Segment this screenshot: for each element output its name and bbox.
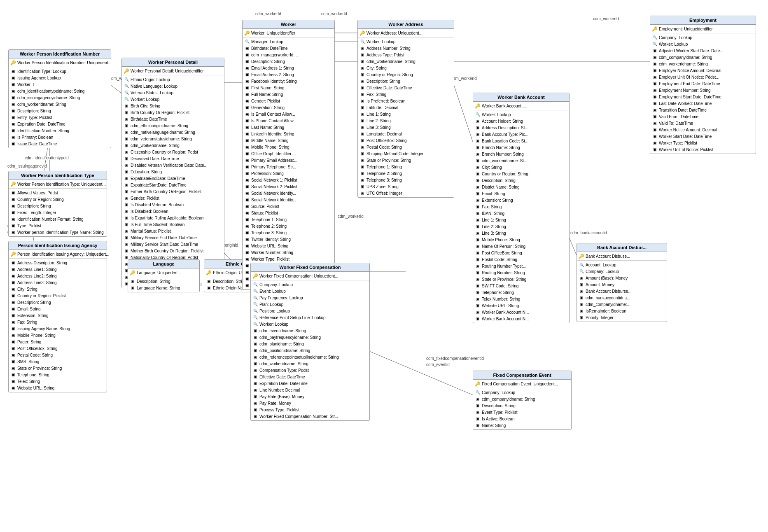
field-icon: ▣ [652,81,658,86]
field-row: ▣Address Line2: String [9,273,107,279]
entity-body-language: 🔑Language: Uniquedert... ▣Description: S… [128,268,199,292]
entity-person-id-issuing-agency: Person Identification Issuing Agency 🔑Pe… [8,241,107,392]
field-icon: ▣ [475,197,481,203]
field-icon: ▣ [244,164,250,170]
field-row: ▣Status: Picklist [243,210,334,216]
field-row: ▣Amount (Base): Money [577,275,667,281]
field-icon: ▣ [124,228,129,234]
field-icon: ▣ [475,257,481,262]
field-row: ▣Process Type: Picklist [251,406,369,413]
field-icon: ▣ [652,140,658,146]
field-row: ▣ExpatriateEndDate: DateTime [122,175,224,182]
field-row: 🔑Employment: Uniqueidentifier [650,26,756,32]
field-row: ▣cdm_bankaccountidna... [577,294,667,301]
field-row: ▣Address Description: String [9,259,107,266]
field-icon: ▣ [124,241,129,247]
field-icon: ▣ [124,235,129,240]
field-row: ▣Country or Region: String [9,196,107,203]
field-icon: ▣ [475,263,481,269]
field-icon: ▣ [10,95,16,100]
entity-body-bad: 🔑Bank Account Disbuse... 🔍Account: Looku… [577,252,667,322]
entity-worker-address: Worker Address 🔑Worker Address: Uniquede… [357,20,454,198]
field-icon: ▣ [252,334,258,340]
field-row: ▣Pay Rate: Money [251,400,369,406]
field-icon: ▣ [10,339,16,345]
field-icon: ▣ [124,156,129,161]
field-icon: 🔍 [252,315,258,320]
field-icon: ▣ [10,114,16,120]
field-icon: ▣ [252,407,258,413]
field-icon: ▣ [652,74,658,80]
field-row: ▣Issuing Agency Name: String [9,325,107,332]
field-row: ▣LinkedIn Identity: String [243,131,334,137]
field-row: ▣Mother Birth Country Or Region: Picklis… [122,247,224,254]
field-row: ▣Identification Number Format: String [9,216,107,222]
field-row: ▣Worker Notice Amount: Decimal [650,126,756,133]
field-icon: ▣ [244,230,250,236]
field-icon: ▣ [10,75,16,81]
field-row: ▣cdm_managerworkerId:... [243,51,334,58]
field-row: 🔍Native Language: Lookup [122,83,224,89]
field-row: ▣Priority: Integer [577,314,667,321]
field-icon: ▣ [124,110,129,115]
field-row: ▣Latitude: Decimal [358,104,454,111]
field-row: ▣Pager: String [9,338,107,345]
field-icon: 🔍 [124,83,129,89]
field-icon: ▣ [475,204,481,210]
field-icon: ▣ [359,151,365,156]
field-icon: ▣ [475,270,481,275]
field-row: ▣Worker Fixed Compensation Number: Str..… [251,413,369,420]
field-row: ▣Event Type: Picklist [473,409,571,415]
field-icon: ▣ [652,107,658,113]
field-row: ▣Is Expatriate Ruling Applicable: Boolea… [122,215,224,221]
field-icon: ▣ [244,203,250,209]
field-icon: ▣ [10,293,16,299]
field-row: ▣Is Phone Contact Allow... [243,117,334,124]
field-row: 🔍Event: Lookup [251,288,369,294]
field-icon: ▣ [252,394,258,399]
field-row: ▣Social Network 1: Picklist [243,177,334,183]
field-row: ▣cdm_workeridname: String [9,101,111,107]
field-icon: 🔍 [252,282,258,287]
field-icon: ▣ [475,396,481,402]
field-icon: ▣ [124,215,129,221]
field-icon: ▣ [244,177,250,183]
field-row: ▣Email: String [473,190,569,197]
field-row: ▣Email Address 2: String [243,71,334,78]
field-row: ▣First Name: String [243,84,334,91]
field-row: ▣Description: String [128,278,199,285]
field-row: ▣Mobile Phone: String [473,236,569,243]
field-row: 🔍Company: Lookup [650,34,756,41]
label-idtypeid: cdm_identificationtypeid [25,156,69,160]
field-row: ▣State or Province: String [9,365,107,371]
field-icon: ▣ [244,111,250,117]
field-icon: ▣ [475,224,481,229]
field-icon: ▣ [130,285,135,291]
field-icon: ▣ [10,101,16,107]
field-row: ▣Worker Bank Account N... [473,309,569,315]
field-row: ▣IsRemainder: Boolean [577,308,667,314]
field-icon: ▣ [244,138,250,143]
field-row: ▣Issue Date: DateTime [9,140,111,147]
entity-body-piia: 🔑Person Identification Issuing Agency: U… [9,250,107,392]
field-row: ▣cdm_payfrequencyidname: String [251,334,369,341]
field-row: ▣Last Name: String [243,124,334,131]
key-icon: 🔑 [475,103,481,109]
field-icon: 🔍 [124,90,129,96]
field-row: ▣Telephone 2: String [358,170,454,177]
field-row: ▣Fax: String [473,203,569,210]
entity-body-employment: 🔑Employment: Uniqueidentifier 🔍Company: … [650,25,756,154]
field-row: ▣Office Graph Identifier:... [243,150,334,157]
field-row: ▣State or Province: String [358,157,454,163]
field-row: 🔍Company: Lookup [251,281,369,288]
field-icon: ▣ [206,285,212,291]
field-icon: ▣ [252,348,258,353]
svg-line-7 [453,82,474,144]
field-row: ▣Type: Picklist [9,222,107,229]
field-icon: ▣ [475,118,481,124]
field-icon: ▣ [10,286,16,292]
field-icon: ▣ [652,120,658,126]
field-icon: ▣ [206,278,212,284]
key-icon: 🔑 [252,273,258,279]
entity-header-employment: Employment [650,16,756,25]
